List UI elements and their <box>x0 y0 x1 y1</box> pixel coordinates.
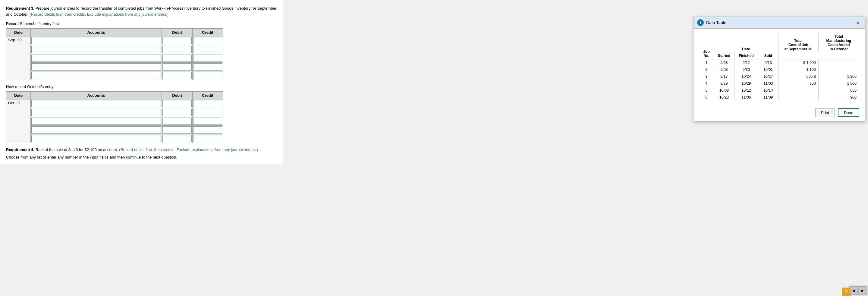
oct-row2-account[interactable] <box>31 108 162 117</box>
sep-row1-credit[interactable] <box>192 36 223 45</box>
oct-row1-account-input[interactable] <box>31 100 161 107</box>
sep-row1-debit-input[interactable] <box>162 37 191 44</box>
sep-row4-account-input[interactable] <box>31 63 161 70</box>
table-cell: 9/30 <box>735 66 758 73</box>
sep-row2-account-input[interactable] <box>31 46 161 53</box>
oct-row1-credit-input[interactable] <box>193 100 222 107</box>
oct-row1-credit[interactable] <box>192 99 223 108</box>
record-october-label: Now record October's entry. <box>6 84 277 89</box>
table-row: 610/2311/0611/09900 <box>699 94 859 101</box>
oct-row5-account-input[interactable] <box>31 135 161 142</box>
data-table-body: 19/039/129/13$ 1,90029/039/3010/011,1003… <box>699 59 859 101</box>
sep-row5-account-input[interactable] <box>31 72 161 79</box>
data-table-header-row2: Started Finished Sold <box>699 53 859 59</box>
sep-date-cell: Sep. 30 <box>6 36 31 80</box>
sep-row1-debit[interactable] <box>162 36 192 45</box>
sep-row5-credit-input[interactable] <box>193 72 222 79</box>
table-cell: 900 <box>818 94 859 101</box>
sep-row1-credit-input[interactable] <box>193 37 222 44</box>
sep-row3-account-input[interactable] <box>31 55 161 62</box>
sep-row2-credit-input[interactable] <box>193 46 222 53</box>
oct-date-cell: Oct. 31 <box>6 99 31 143</box>
close-button[interactable]: ✕ <box>855 21 861 25</box>
oct-row3-credit[interactable] <box>192 117 223 126</box>
done-button[interactable]: Done <box>838 108 859 117</box>
th-total-cost: Total Cost of Job at September 30 <box>778 33 818 53</box>
oct-row2-debit-input[interactable] <box>162 109 191 116</box>
oct-row4-account-input[interactable] <box>31 126 161 134</box>
sep-row3-credit-input[interactable] <box>193 55 222 62</box>
th-date-oct: Date <box>6 92 31 99</box>
table-cell: 1 <box>699 59 714 66</box>
table-cell: 10/08 <box>714 87 735 94</box>
sep-row4-credit[interactable] <box>192 63 223 71</box>
req3-instruction: (Record debits first, then credits. Excl… <box>30 12 168 17</box>
sep-row4-account[interactable] <box>31 63 162 71</box>
oct-row2-credit-input[interactable] <box>193 109 222 116</box>
table-cell: 10/27 <box>758 73 778 80</box>
sep-row3-debit[interactable] <box>162 54 192 63</box>
oct-row3-account-input[interactable] <box>31 118 161 125</box>
table-cell: 9/13 <box>758 59 778 66</box>
oct-row2-debit[interactable] <box>162 108 192 117</box>
req4-description: Record the sale of Job 3 for $2,100 on a… <box>36 147 118 152</box>
sep-row5-account[interactable] <box>31 71 162 80</box>
th-accounts-oct: Accounts <box>31 92 162 99</box>
sep-row5-credit[interactable] <box>192 71 223 80</box>
oct-row5-account[interactable] <box>31 135 162 143</box>
table-cell: 300 <box>778 80 818 87</box>
sep-row4-debit[interactable] <box>162 63 192 71</box>
oct-row4-account[interactable] <box>31 126 162 135</box>
info-icon: i <box>697 19 704 26</box>
table-cell: 10/23 <box>714 94 735 101</box>
sep-row2-debit-input[interactable] <box>162 46 191 53</box>
sep-row3-account[interactable] <box>31 54 162 63</box>
sep-row2-account[interactable] <box>31 45 162 54</box>
table-cell: 11/06 <box>735 94 758 101</box>
oct-row4-debit-input[interactable] <box>162 126 191 134</box>
sep-row1-account[interactable] <box>31 36 162 45</box>
table-row: 19/039/129/13$ 1,900 <box>699 59 859 66</box>
oct-row3-debit[interactable] <box>162 117 192 126</box>
table-cell: 11/09 <box>758 94 778 101</box>
sep-row1-account-input[interactable] <box>31 37 161 44</box>
oct-row3-debit-input[interactable] <box>162 118 191 125</box>
table-cell: 1,100 <box>778 66 818 73</box>
th-credit-oct: Credit <box>192 92 223 99</box>
table-cell: 9/12 <box>735 59 758 66</box>
oct-row3-account[interactable] <box>31 117 162 126</box>
sep-row2-credit[interactable] <box>192 45 223 54</box>
oct-row5-debit-input[interactable] <box>162 135 191 142</box>
sep-row5-debit[interactable] <box>162 71 192 80</box>
table-cell: 10/12 <box>735 87 758 94</box>
oct-row1-debit-input[interactable] <box>162 100 191 107</box>
table-row: 29/039/3010/011,100 <box>699 66 859 73</box>
th-debit-oct: Debit <box>162 92 192 99</box>
sep-row3-debit-input[interactable] <box>162 55 191 62</box>
oct-row5-credit-input[interactable] <box>193 135 222 142</box>
october-journal-table: Date Accounts Debit Credit Oct. 31 <box>6 91 223 143</box>
oct-row2-account-input[interactable] <box>31 109 161 116</box>
sep-row5-debit-input[interactable] <box>162 72 191 79</box>
minimize-button[interactable]: − <box>847 21 852 25</box>
september-journal-table: Date Accounts Debit Credit Sep. 30 <box>6 28 223 80</box>
th-finished: Finished <box>735 53 758 59</box>
oct-row5-debit[interactable] <box>162 135 192 143</box>
oct-row4-debit[interactable] <box>162 126 192 135</box>
table-cell: 11/03 <box>758 80 778 87</box>
sep-row4-debit-input[interactable] <box>162 63 191 70</box>
print-button[interactable]: Print <box>815 108 835 117</box>
modal-title: Data Table <box>706 20 726 25</box>
oct-row3-credit-input[interactable] <box>193 118 222 125</box>
oct-row5-credit[interactable] <box>192 135 223 143</box>
sep-row2-debit[interactable] <box>162 45 192 54</box>
oct-row1-account[interactable] <box>31 99 162 108</box>
oct-row1-debit[interactable] <box>162 99 192 108</box>
sep-row4-credit-input[interactable] <box>193 63 222 70</box>
table-row: 39/1710/2410/27500 $ 1,300 <box>699 73 859 80</box>
sep-row3-credit[interactable] <box>192 54 223 63</box>
oct-row4-credit[interactable] <box>192 126 223 135</box>
oct-row4-credit-input[interactable] <box>193 126 222 134</box>
oct-row2-credit[interactable] <box>192 108 223 117</box>
table-row: 49/2910/2911/033001,500 <box>699 80 859 87</box>
